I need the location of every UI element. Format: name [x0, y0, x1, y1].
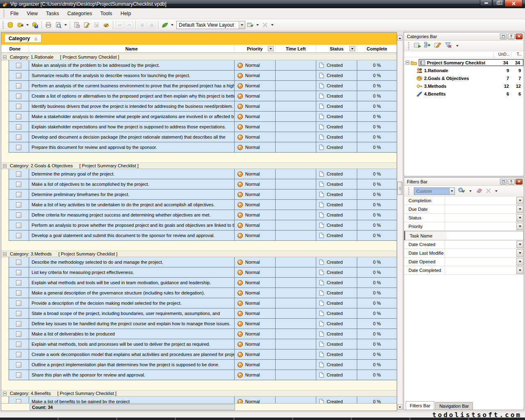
- task-row[interactable]: Create a work decomposition model that e…: [9, 349, 397, 360]
- task-row[interactable]: Perform an analysis to prove whether the…: [9, 220, 397, 231]
- done-checkbox[interactable]: [16, 270, 21, 275]
- task-priority-cell[interactable]: Normal: [235, 397, 276, 403]
- done-checkbox[interactable]: [16, 372, 21, 378]
- menu-categories[interactable]: Categories: [63, 9, 96, 18]
- task-name-cell[interactable]: Make a list of deliverables to be produc…: [29, 329, 235, 339]
- task-priority-cell[interactable]: Normal: [235, 298, 276, 308]
- done-checkbox[interactable]: [16, 362, 21, 368]
- done-checkbox[interactable]: [16, 135, 21, 140]
- done-checkbox[interactable]: [16, 114, 21, 119]
- tree-item-goals-objectives[interactable]: 2.Goals & Objectives 7 7: [404, 74, 524, 82]
- task-name-cell[interactable]: Explain what methods and tools will be u…: [29, 278, 235, 288]
- column-header-timeleft[interactable]: Time Left: [276, 45, 317, 52]
- task-priority-cell[interactable]: Normal: [235, 220, 276, 230]
- task-priority-cell[interactable]: Normal: [235, 122, 276, 132]
- date-last-modified-dropdown[interactable]: [516, 249, 523, 257]
- task-priority-cell[interactable]: Normal: [235, 81, 276, 91]
- new-task-icon[interactable]: [72, 21, 82, 30]
- priority-dropdown[interactable]: [516, 223, 523, 230]
- restore-button[interactable]: [493, 0, 504, 6]
- task-priority-cell[interactable]: Normal: [235, 210, 276, 220]
- close-button[interactable]: [504, 0, 523, 7]
- open-database-icon[interactable]: [15, 21, 25, 30]
- task-name-cell[interactable]: Summarize results of the analysis to des…: [29, 71, 235, 80]
- task-row[interactable]: Make a list of objectives to be accompli…: [9, 179, 397, 189]
- due-date-dropdown[interactable]: [516, 205, 523, 213]
- task-name-cell[interactable]: Make a general description of the govern…: [29, 288, 235, 298]
- task-status-cell[interactable]: Created: [316, 81, 357, 91]
- move-to-bottom-icon[interactable]: [138, 21, 146, 29]
- task-row[interactable]: Share this plan with the sponsor for rev…: [9, 370, 397, 380]
- new-category-icon[interactable]: [414, 42, 421, 50]
- task-priority-cell[interactable]: Normal: [235, 360, 276, 370]
- minimize-button[interactable]: [480, 0, 492, 6]
- layout-combo-dropdown[interactable]: [239, 21, 245, 29]
- done-checkbox[interactable]: [16, 83, 21, 89]
- tree-item-benefits[interactable]: 4.Benefits 6 6: [404, 90, 524, 98]
- task-priority-cell[interactable]: Normal: [235, 267, 276, 277]
- tree-column-total[interactable]: T...: [511, 52, 524, 57]
- task-status-cell[interactable]: Created: [316, 210, 357, 220]
- panel-close-icon[interactable]: [516, 34, 523, 39]
- delete-category-icon[interactable]: [445, 42, 452, 50]
- status-dropdown[interactable]: [516, 214, 523, 221]
- task-row[interactable]: Make a general description of the govern…: [9, 288, 397, 298]
- apply-filter-icon[interactable]: [458, 187, 465, 195]
- task-name-cell[interactable]: Define criteria for measuring project su…: [29, 210, 235, 220]
- menu-file[interactable]: File: [6, 9, 23, 18]
- filter-preset-combo[interactable]: Custom: [414, 187, 455, 195]
- done-checkbox[interactable]: [16, 182, 21, 187]
- task-row[interactable]: Describe the methodology selected to do …: [9, 257, 397, 267]
- task-priority-cell[interactable]: Normal: [235, 257, 276, 267]
- open-database-dropdown[interactable]: [26, 24, 29, 26]
- collapse-icon[interactable]: [3, 252, 7, 256]
- task-row[interactable]: Define key issues to be handled during t…: [9, 319, 397, 329]
- new-subcategory-icon[interactable]: [424, 42, 431, 50]
- done-checkbox[interactable]: [16, 280, 21, 285]
- task-priority-cell[interactable]: Normal: [235, 329, 276, 339]
- task-row[interactable]: Define criteria for measuring project su…: [9, 210, 397, 220]
- task-status-cell[interactable]: Created: [316, 397, 357, 403]
- task-row[interactable]: Create a list of options or alternatives…: [9, 91, 397, 101]
- task-name-cell[interactable]: Prepare this document for review and app…: [29, 142, 235, 152]
- task-status-cell[interactable]: Created: [316, 169, 357, 179]
- task-priority-cell[interactable]: Normal: [235, 349, 276, 359]
- done-checkbox[interactable]: [16, 104, 21, 109]
- task-name-cell[interactable]: State a broad scope of the project, incl…: [29, 308, 235, 318]
- task-status-cell[interactable]: Created: [316, 200, 357, 210]
- categories-toolbar-dropdown[interactable]: [456, 45, 459, 47]
- done-checkbox[interactable]: [16, 301, 21, 306]
- menu-tools[interactable]: Tools: [96, 9, 116, 18]
- task-name-cell[interactable]: Describe the methodology selected to do …: [29, 257, 235, 267]
- group-by-category-button[interactable]: Category △: [5, 34, 41, 43]
- task-status-cell[interactable]: Created: [316, 101, 357, 111]
- task-row[interactable]: Identify business drivers that prove the…: [9, 101, 397, 112]
- task-status-cell[interactable]: Created: [316, 349, 357, 359]
- done-checkbox[interactable]: [16, 73, 21, 78]
- delete-task-icon[interactable]: [91, 21, 101, 30]
- task-row[interactable]: Make a list of key activities to be unde…: [9, 200, 397, 210]
- task-priority-cell[interactable]: Normal: [235, 370, 276, 380]
- layout-combo[interactable]: Default Task View Layout: [176, 21, 245, 29]
- clear-filter-icon[interactable]: [476, 187, 483, 195]
- task-name-cell[interactable]: Share this plan with the sponsor for rev…: [29, 370, 235, 380]
- task-priority-cell[interactable]: Normal: [235, 179, 276, 189]
- task-name-cell[interactable]: Provide a description of the decision ma…: [29, 298, 235, 308]
- done-checkbox[interactable]: [16, 342, 21, 347]
- task-name-cell[interactable]: Make a list of objectives to be accompli…: [29, 179, 235, 189]
- task-priority-cell[interactable]: Normal: [235, 112, 276, 121]
- tree-column-undone[interactable]: UnD...: [493, 52, 511, 57]
- status-filter-dropdown[interactable]: [349, 46, 355, 51]
- task-row[interactable]: Make a list of benefits to be gained by …: [9, 397, 397, 403]
- task-name-cell[interactable]: Explain stakeholder expectations and how…: [29, 122, 235, 132]
- task-name-cell[interactable]: Outline a project implementation plan th…: [29, 360, 235, 370]
- task-priority-cell[interactable]: Normal: [235, 319, 276, 329]
- task-name-cell[interactable]: Develop a goal statement and submit this…: [29, 231, 235, 240]
- task-name-cell[interactable]: Make a list of key activities to be unde…: [29, 200, 235, 210]
- panel-restore-icon[interactable]: [500, 34, 507, 39]
- scroll-up-button[interactable]: [397, 35, 402, 41]
- done-checkbox[interactable]: [16, 124, 21, 130]
- save-database-icon[interactable]: [30, 21, 40, 30]
- done-checkbox[interactable]: [16, 63, 21, 68]
- task-priority-cell[interactable]: Normal: [235, 169, 276, 179]
